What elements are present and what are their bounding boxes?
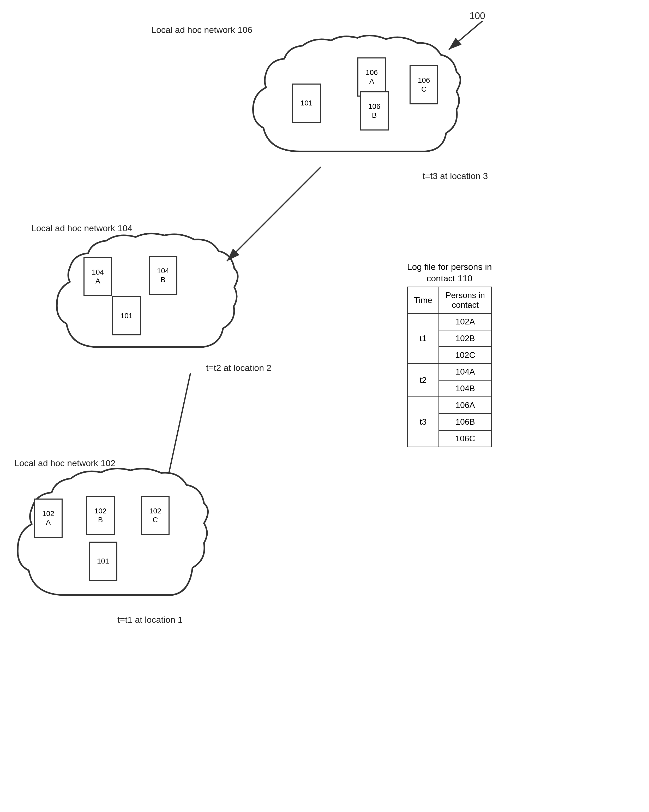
table-row: t3 106A [407,397,492,414]
person-cell-106a: 106A [439,397,491,414]
device-106c: 106C [410,65,438,104]
table-row: t1 102A [407,313,492,330]
cloud-104: 104A 104B 101 [52,230,250,361]
label-network104: Local ad hoc network 104 [31,223,132,234]
cloud-102: 102A 102B 102C 101 [13,465,230,604]
device-102c: 102C [141,496,169,535]
person-cell-104a: 104A [439,363,491,380]
time-cell-t3: t3 [407,397,439,447]
device-101-net104: 101 [112,296,141,336]
ref-100: 100 [469,11,485,21]
device-106a: 106A [357,57,386,96]
person-cell-106c: 106C [439,430,491,447]
person-cell-104b: 104B [439,380,491,397]
cloud-106: 101 106A 106B 106C [248,31,462,168]
device-104a: 104A [84,257,112,296]
person-cell-102a: 102A [439,313,491,330]
label-t2: t=t2 at location 2 [206,363,271,373]
col-header-persons: Persons incontact [439,287,491,313]
log-table-title: Log file for persons incontact 110 [407,261,492,284]
device-106b: 106B [360,92,388,131]
person-cell-102c: 102C [439,347,491,363]
person-cell-106b: 106B [439,414,491,430]
device-102a: 102A [34,499,62,538]
diagram: 100 101 106A 106B 106C Local ad hoc netw… [0,0,649,812]
device-101-net106: 101 [292,84,321,123]
device-101-net102: 101 [89,542,117,581]
time-cell-t2: t2 [407,363,439,397]
person-cell-102b: 102B [439,330,491,347]
label-network102: Local ad hoc network 102 [14,458,115,468]
time-cell-t1: t1 [407,313,439,363]
log-table-container: Log file for persons incontact 110 Time … [407,261,492,447]
label-t1: t=t1 at location 1 [117,615,183,625]
table-row: t2 104A [407,363,492,380]
cloud-104-svg [52,230,250,360]
label-network106: Local ad hoc network 106 [151,25,252,35]
device-102b: 102B [86,496,115,535]
log-table: Time Persons incontact t1 102A 102B 102C [407,287,492,447]
col-header-time: Time [407,287,439,313]
device-104b: 104B [149,256,177,295]
label-t3: t=t3 at location 3 [423,171,488,181]
